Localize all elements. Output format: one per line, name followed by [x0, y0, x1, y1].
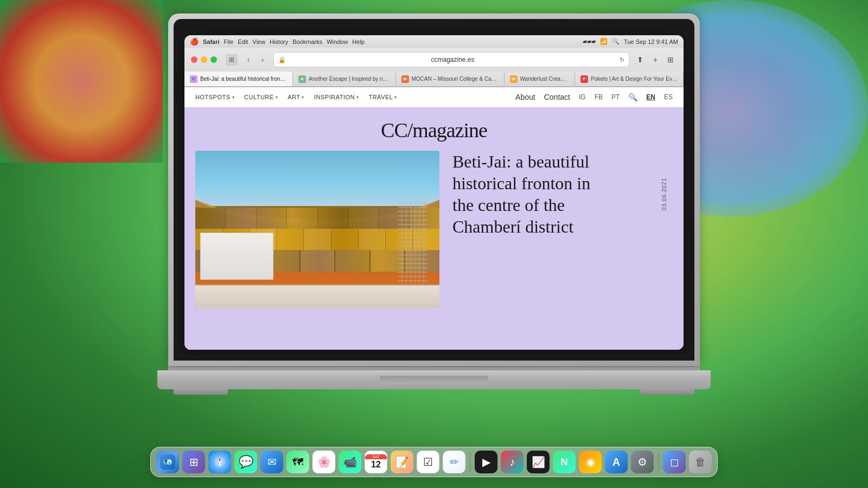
site-navigation: HOTSPOTS ▾ CULTURE ▾ ART ▾ [184, 87, 684, 107]
dock-icon-freeform[interactable]: ✏ [443, 451, 465, 473]
tab-5-title: Poketo | Art & Design For Your Every Day [591, 76, 678, 82]
nav-inspiration-arrow: ▾ [356, 95, 359, 100]
dock-icon-notes[interactable]: 📝 [391, 451, 413, 473]
svg-point-8 [168, 460, 170, 463]
traffic-lights [191, 56, 217, 63]
nav-fb[interactable]: FB [595, 93, 603, 101]
app-menu-safari[interactable]: Safari [203, 38, 220, 45]
dock-icon-reminders[interactable]: ☑ [417, 451, 439, 473]
nav-lang-en[interactable]: EN [646, 93, 655, 101]
dock-icon-calendar[interactable]: SAT 12 [365, 451, 387, 473]
tab-3-title: MOCAN – Missouri College & Career Attain… [412, 76, 499, 82]
website-content: HOTSPOTS ▾ CULTURE ▾ ART ▾ [184, 87, 684, 350]
camera-notch [401, 19, 467, 29]
tab-4-title: Wanderlust Creamery [520, 76, 569, 82]
nav-hotspots-label: HOTSPOTS [195, 94, 231, 100]
dock-icon-trash[interactable]: 🗑 [689, 451, 712, 473]
battery-indicator: ▰▰▰ [583, 38, 596, 45]
menu-bookmarks[interactable]: Bookmarks [292, 38, 322, 45]
hero-section: CC/magazine [184, 107, 684, 350]
nav-culture-label: CULTURE [244, 94, 274, 100]
menu-view[interactable]: View [252, 38, 265, 45]
macbook-frame: 🍎 Safari File Edit View History Bookmark… [157, 14, 711, 474]
tab-3[interactable]: M MOCAN – Missouri College & Career Atta… [396, 72, 505, 86]
dock-icon-finder[interactable] [156, 451, 179, 473]
foot-left [174, 389, 228, 395]
status-right: ▰▰▰ 📶 🔍 Tue Sep 12 9:41 AM [583, 38, 678, 45]
arch-image-render [195, 151, 439, 308]
new-tab-button[interactable]: + [649, 53, 662, 66]
apple-menu-icon[interactable]: 🍎 [190, 37, 199, 46]
dock-icon-maps[interactable]: 🗺 [286, 451, 309, 473]
share-button[interactable]: ⬆ [634, 53, 647, 66]
tab-1[interactable]: C Beti-Jai: a beautiful historical front… [184, 72, 293, 86]
time-display: Tue Sep 12 9:41 AM [624, 38, 678, 45]
dock-icon-something[interactable]: ◻ [663, 451, 686, 473]
dock-icon-safari[interactable] [208, 451, 231, 473]
tab-2-title: Another Escape | Inspired by nature [309, 76, 390, 82]
show-all-tabs-button[interactable]: ⊞ [664, 53, 677, 66]
menu-window[interactable]: Window [327, 38, 348, 45]
nav-hotspots-arrow: ▾ [232, 95, 235, 100]
search-icon-menubar[interactable]: 🔍 [612, 38, 620, 45]
nav-inspiration-label: INSPIRATION [314, 94, 355, 100]
nav-hotspots[interactable]: HOTSPOTS ▾ [195, 94, 234, 100]
nav-pt[interactable]: PT [611, 93, 620, 101]
nav-about[interactable]: About [515, 93, 535, 101]
dock-separator-2 [658, 452, 659, 472]
nav-travel-label: TRAVEL [368, 94, 393, 100]
wifi-icon: 📶 [600, 38, 608, 45]
dock-icon-music[interactable]: ♪ [501, 451, 524, 473]
menu-edit[interactable]: Edit [238, 38, 248, 45]
dock-icon-photos[interactable]: 🌸 [312, 451, 335, 473]
sidebar-toggle-button[interactable]: ⊞ [226, 54, 238, 66]
svg-point-7 [165, 460, 167, 463]
nav-culture[interactable]: CULTURE ▾ [244, 94, 278, 100]
hero-content: Beti-Jai: a beautiful historical fronton… [195, 151, 673, 339]
article-title: Beti-Jai: a beautiful historical fronton… [452, 151, 604, 237]
menu-file[interactable]: File [224, 38, 234, 45]
safari-tabs-bar: C Beti-Jai: a beautiful historical front… [184, 72, 684, 87]
security-icon: 🔒 [278, 56, 286, 63]
address-bar[interactable]: 🔒 ccmagazine.es ↻ [273, 52, 629, 67]
dock-icon-appletv[interactable]: ▶ [475, 451, 497, 473]
nav-contact[interactable]: Contact [544, 93, 570, 101]
nav-art[interactable]: ART ▾ [288, 94, 304, 100]
nav-ig[interactable]: IG [579, 93, 586, 101]
macbook-base [157, 370, 711, 389]
nav-culture-arrow: ▾ [276, 95, 278, 100]
nav-inspiration[interactable]: INSPIRATION ▾ [314, 94, 359, 100]
nav-travel[interactable]: TRAVEL ▾ [368, 94, 397, 100]
tab-3-favicon: M [401, 75, 409, 83]
tab-5[interactable]: P Poketo | Art & Design For Your Every D… [575, 72, 684, 86]
dock-icon-launchpad[interactable]: ⊞ [182, 451, 205, 473]
safari-window: 🍎 Safari File Edit View History Bookmark… [184, 35, 684, 350]
tab-1-title: Beti-Jai: a beautiful historical fronton… [200, 76, 287, 82]
dock-icon-keynote[interactable]: ◉ [579, 451, 602, 473]
dock-icon-stocks[interactable]: 📈 [527, 451, 550, 473]
dock-icon-appstore[interactable]: A [605, 451, 628, 473]
back-button[interactable]: ‹ [242, 53, 255, 66]
menu-history[interactable]: History [270, 38, 288, 45]
minimize-button[interactable] [201, 56, 207, 63]
url-text[interactable]: ccmagazine.es [289, 56, 616, 63]
dock-container: ⊞ 💬 ✉ 🗺 🌸 📹 SAT 12 📝 ☑ ✏ ▶ ♪ 📈 N ◉ [150, 447, 718, 477]
article-image[interactable] [195, 151, 439, 308]
site-title: CC/magazine [195, 118, 673, 142]
dock-icon-messages[interactable]: 💬 [234, 451, 257, 473]
tab-2[interactable]: A Another Escape | Inspired by nature [293, 72, 396, 86]
dock-icon-facetime[interactable]: 📹 [339, 451, 361, 473]
reload-icon[interactable]: ↻ [620, 56, 624, 63]
dock-icon-mail[interactable]: ✉ [260, 451, 283, 473]
dock-icon-system-preferences[interactable]: ⚙ [631, 451, 654, 473]
fullscreen-button[interactable] [210, 56, 217, 63]
tab-2-favicon: A [298, 75, 306, 83]
search-icon-site[interactable]: 🔍 [628, 93, 637, 101]
menu-help[interactable]: Help [352, 38, 365, 45]
close-button[interactable] [191, 56, 197, 63]
nav-lang-es[interactable]: ES [664, 93, 673, 101]
forward-button[interactable]: › [256, 53, 269, 66]
tab-4[interactable]: W Wanderlust Creamery [505, 72, 575, 86]
foot-right [640, 389, 694, 395]
dock-icon-numbers[interactable]: N [553, 451, 576, 473]
